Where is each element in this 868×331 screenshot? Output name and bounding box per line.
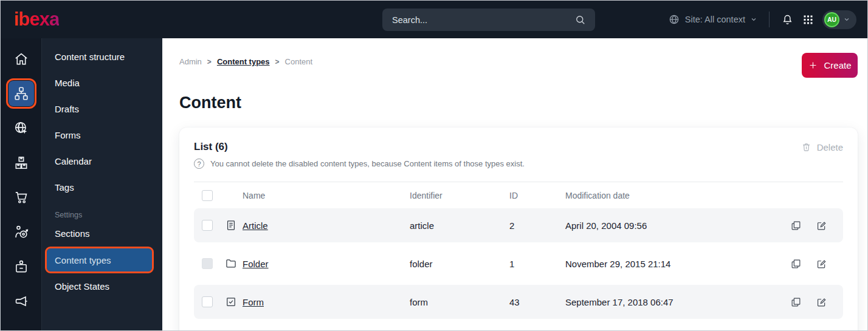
rail-item-personalization[interactable]	[1, 214, 41, 249]
id-badge-icon	[13, 259, 29, 275]
breadcrumb-admin: Admin	[179, 57, 202, 66]
rail-item-marketing[interactable]	[1, 284, 41, 318]
table-row: Form form 43 September 17, 2018 06:47	[194, 285, 843, 319]
edit-icon	[816, 220, 827, 231]
avatar: AU	[824, 12, 839, 27]
delete-button[interactable]: Delete	[801, 142, 843, 152]
user-menu[interactable]: AU	[822, 10, 856, 29]
edit-icon	[816, 258, 827, 270]
list-title: List (6)	[194, 141, 228, 153]
breadcrumb-separator: >	[275, 58, 280, 66]
cell-modified: September 17, 2018 06:47	[565, 297, 785, 307]
app-window: ibexa Site: All context	[0, 0, 868, 331]
notifications-button[interactable]	[781, 13, 794, 26]
search-bar[interactable]	[382, 9, 595, 31]
chevron-down-icon	[750, 16, 757, 23]
breadcrumb: Admin > Content types > Content	[179, 53, 312, 66]
table-row: Folder folder 1 November 29, 2015 21:14	[194, 247, 843, 281]
cell-identifier: folder	[410, 259, 509, 269]
edit-button[interactable]	[811, 220, 842, 231]
shopping-cart-icon	[13, 189, 29, 205]
sidebar-section-settings: Settings	[55, 211, 162, 219]
copy-button[interactable]	[785, 296, 811, 308]
cell-id: 2	[509, 220, 565, 231]
rail-item-customer-portal[interactable]	[1, 249, 41, 284]
cell-identifier: article	[410, 220, 509, 231]
main-content: Admin > Content types > Content Create C…	[162, 38, 867, 330]
page-title: Content	[179, 94, 858, 112]
select-all-checkbox[interactable]	[202, 190, 213, 201]
breadcrumb-content-types-link[interactable]: Content types	[217, 57, 270, 66]
column-header-name: Name	[243, 191, 410, 200]
site-context-label: Site: All context	[685, 15, 745, 24]
search-input[interactable]	[392, 15, 574, 25]
edit-button[interactable]	[811, 258, 842, 270]
cell-id: 43	[509, 297, 565, 307]
sidebar-item-calendar[interactable]: Calendar	[42, 148, 162, 174]
sidebar-item-media[interactable]: Media	[42, 70, 162, 96]
person-target-icon	[13, 224, 29, 240]
cell-id: 1	[509, 259, 565, 269]
icon-rail	[1, 38, 42, 330]
article-icon	[225, 219, 237, 231]
boxes-icon	[13, 155, 29, 171]
ibexa-logo[interactable]: ibexa	[14, 9, 59, 30]
sidebar-item-content-structure[interactable]: Content structure	[42, 44, 162, 70]
copy-icon	[790, 258, 802, 270]
edit-button[interactable]	[811, 296, 842, 308]
rail-item-dashboard[interactable]	[1, 41, 41, 76]
table-row: Article article 2 April 20, 2004 09:56	[194, 208, 843, 242]
topbar: ibexa Site: All context	[1, 1, 867, 38]
rail-item-content-structure[interactable]	[1, 76, 41, 111]
search-icon[interactable]	[574, 14, 587, 26]
site-globe-cursor-icon	[13, 120, 29, 136]
site-context-selector[interactable]: Site: All context	[668, 13, 757, 26]
create-button-label: Create	[824, 60, 851, 70]
trash-icon	[801, 142, 811, 152]
content-type-link[interactable]: Folder	[243, 259, 269, 269]
content-structure-icon	[13, 86, 29, 101]
list-card: List (6) Delete ? You cannot delete the …	[179, 128, 858, 330]
create-button[interactable]: Create	[802, 53, 858, 78]
row-checkbox-disabled	[202, 258, 213, 269]
help-circle-icon: ?	[194, 159, 204, 169]
megaphone-icon	[13, 293, 29, 309]
breadcrumb-current: Content	[285, 57, 313, 66]
content-types-table: Name Identifier ID Modification date Art…	[194, 182, 843, 319]
topbar-divider	[769, 12, 770, 27]
list-note: ? You cannot delete the disabled content…	[194, 159, 843, 169]
content-type-link[interactable]: Form	[243, 297, 264, 307]
apps-menu-button[interactable]	[802, 13, 815, 26]
copy-icon	[790, 220, 802, 231]
sidebar-item-object-states[interactable]: Object States	[42, 273, 162, 299]
sidebar-item-sections[interactable]: Sections	[42, 220, 162, 247]
delete-button-label: Delete	[817, 142, 843, 152]
sidebar-item-content-types[interactable]: Content types	[47, 248, 152, 271]
plus-icon	[808, 60, 818, 70]
row-checkbox[interactable]	[202, 220, 213, 231]
table-header: Name Identifier ID Modification date	[194, 182, 843, 208]
globe-icon	[668, 13, 680, 26]
bell-icon	[781, 13, 794, 26]
copy-icon	[790, 296, 802, 308]
column-header-identifier: Identifier	[410, 191, 509, 200]
sidebar-item-forms[interactable]: Forms	[42, 122, 162, 148]
content-type-link[interactable]: Article	[243, 220, 268, 231]
column-header-id: ID	[509, 191, 565, 200]
rail-item-product-catalog[interactable]	[1, 145, 41, 180]
rail-item-commerce[interactable]	[1, 180, 41, 214]
active-rail-annotation	[9, 81, 34, 106]
chevron-down-icon	[843, 16, 850, 23]
copy-button[interactable]	[785, 258, 811, 270]
sidebar-item-drafts[interactable]: Drafts	[42, 96, 162, 122]
copy-button[interactable]	[785, 220, 811, 231]
row-checkbox[interactable]	[202, 296, 213, 307]
rail-item-site[interactable]	[1, 111, 41, 145]
list-note-text: You cannot delete the disabled content t…	[210, 159, 525, 168]
sidebar: Content structure Media Drafts Forms Cal…	[42, 38, 162, 330]
breadcrumb-separator: >	[207, 58, 212, 66]
column-header-modification-date: Modification date	[565, 191, 785, 200]
topbar-right: Site: All context AU	[668, 1, 856, 38]
edit-icon	[816, 296, 827, 308]
sidebar-item-tags[interactable]: Tags	[42, 174, 162, 200]
